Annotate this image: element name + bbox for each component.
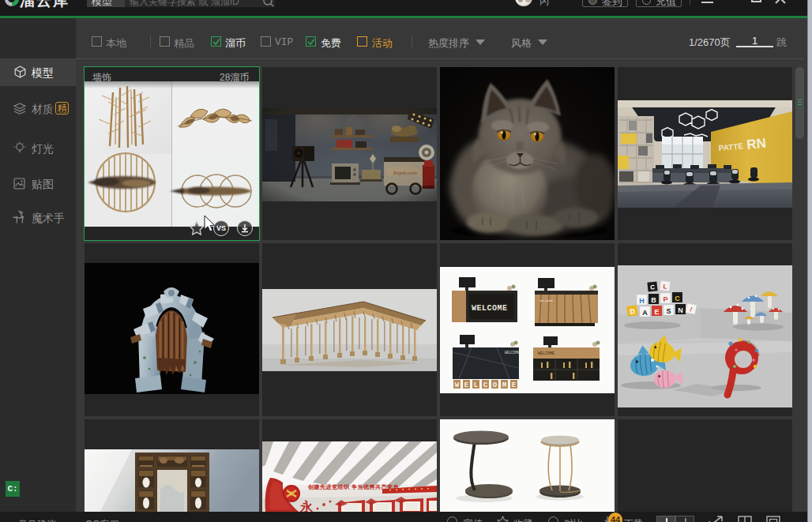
svg-text:E: E (464, 381, 469, 389)
svg-text:N: N (678, 306, 683, 314)
svg-text:A: A (642, 309, 648, 317)
svg-text:RN: RN (746, 136, 766, 152)
svg-text:O: O (493, 381, 498, 389)
svg-text:C: C (483, 381, 488, 389)
svg-text:W: W (455, 381, 460, 389)
svg-text:C: C (675, 295, 680, 302)
svg-text:H: H (639, 297, 645, 305)
svg-text:C: C (650, 284, 656, 291)
svg-text:WELCOME: WELCOME (472, 304, 508, 313)
svg-text:B: B (651, 296, 656, 304)
svg-text:WELCOME: WELCOME (538, 351, 554, 356)
svg-text:S: S (666, 307, 671, 315)
svg-text:P: P (663, 295, 667, 303)
svg-text:M: M (502, 381, 506, 389)
svg-text:永: 永 (299, 499, 314, 512)
svg-text:L: L (474, 381, 478, 389)
svg-text:WELCOME: WELCOME (539, 299, 553, 302)
svg-text:E: E (512, 381, 517, 389)
svg-text:E: E (654, 308, 659, 316)
svg-text:WELCOME: WELCOME (505, 351, 520, 355)
